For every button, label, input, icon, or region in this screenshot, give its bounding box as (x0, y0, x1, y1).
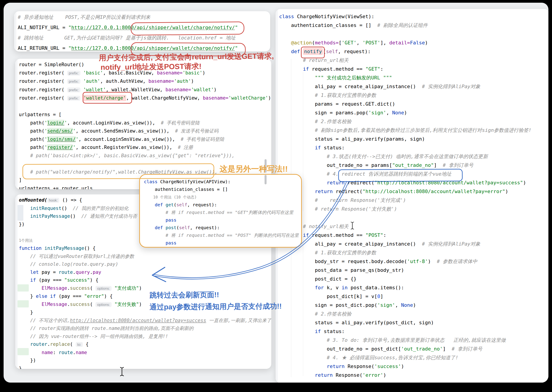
code-line: return Response('success') (279, 362, 548, 371)
code-line: def post(self, request): (144, 224, 300, 231)
blue-note-line2: 通过pay参数进行通知用户是否支付成功!! (150, 301, 282, 312)
code-line: # 4. ★ 必须得返回success,告诉支付宝,你已经知道了! (279, 353, 548, 362)
code-line: out_trade_no = post_dict['out_trade_no']… (279, 344, 548, 353)
code-line: // 可以通过vueRouter获取到url上传递的参数 (19, 252, 270, 261)
code-line: ALI_NOTIFY_URL = "http://127.0.0.1:8000/… (18, 22, 269, 33)
code-line: }) (19, 357, 270, 365)
code-line: ALI_RETURN_URL = "http://127.0.0.1:8000/… (18, 43, 269, 52)
code-line: if request.method == "GET": (279, 65, 548, 73)
gutter-change-marker (17, 348, 29, 355)
code-line: # 3.状态(待支付-->已支付) 临时的,通常不会在这里做订单的状态更新 (279, 152, 548, 161)
code-line: path('send/sms/', account.SendSmsView.as… (19, 127, 270, 135)
code-line: body_str = request.body.decode('utf-8') … (279, 257, 548, 266)
orange-note: 这是另外一种写法!! (220, 164, 288, 174)
code-line: path('register/', account.RegisterView.a… (19, 143, 270, 152)
code-line (279, 30, 548, 38)
code-line: # return_url相关 (279, 56, 548, 65)
code-line: return redirect("http://localhost:8080/a… (279, 187, 548, 196)
code-line (279, 213, 548, 222)
code-line: post_dict[k] = v[0] (279, 292, 548, 301)
alipay-config-card[interactable]: # 异步通知地址 POST,不是公网IP所以没看到请求到来ALI_NOTIFY_… (14, 11, 270, 52)
code-line: # 2.作签名校验 (279, 117, 548, 126)
code-line: name: route.name (19, 349, 270, 357)
code-line: post_dict = {} (279, 274, 548, 283)
code-line: authentication_classes = [] # 剔除全局的认证组件 (279, 21, 548, 30)
code-line: # 3. To do: 拿到订单号,去数据库里更新订单状态 正经的,就应该在这里… (279, 336, 548, 344)
code-line: ali_pay = create_alipay_instance() # 实例化… (279, 239, 548, 248)
alipay-config-code[interactable]: # 异步通知地址 POST,不是公网IP所以没看到请求到来ALI_NOTIFY_… (14, 11, 270, 52)
code-line: pass (144, 239, 300, 247)
code-line: params = request.GET.dict() (279, 100, 548, 108)
code-line (19, 103, 270, 111)
code-line: # path('basic/<int:pk>/', basic.BasicVie… (19, 152, 270, 160)
code-line: def notify(self, request): (279, 47, 548, 56)
text-cursor-icon (350, 222, 354, 231)
red-note-line2: notify_url地址发送POST请求! (101, 62, 202, 73)
gutter-change-marker (17, 300, 29, 308)
code-line: authentication_classes = [] (144, 185, 300, 193)
code-line: # 4. redirect 告诉浏览器跳转到前端的某个vue地址 (279, 169, 548, 178)
code-line: router.register( prefix: 'wallet', walle… (19, 86, 270, 94)
apiview-popup-card[interactable]: class ChargeNotifyView(APIView): authent… (139, 174, 302, 248)
code-line: return redirect("http://localhost:8080/a… (279, 178, 548, 187)
code-line: router.replace( to: { (19, 340, 270, 349)
code-line: if status: (279, 143, 548, 152)
code-line: status = ali_pay.verify(params, sign) (279, 134, 548, 143)
code-line: sign = params.pop('sign', None) (279, 108, 548, 117)
code-line: # 剔除sign参数后,拿着其他的参数经过三步加签后,利用支付宝公钥进行对sig… (279, 126, 548, 134)
code-line: @action(methods=['GET', 'POST'], detail=… (279, 38, 548, 47)
code-line: urlpatterns = [ (19, 111, 270, 119)
code-line: } (19, 365, 270, 369)
code-line: status = ali_pay.verify(post_dict, sign) (279, 318, 548, 327)
code-line: pass (144, 216, 300, 224)
code-line: # return Response('支付失败') (279, 204, 548, 213)
code-line: path('login/sms/', account.LoginSmsView.… (19, 135, 270, 144)
code-line: # return Response('支付完成') (279, 196, 548, 204)
red-note-line1: 用户支付完成后, 支付宝会向return_url发送GET请求, (99, 51, 274, 63)
code-line: // router实现路由的跳转 route.name跳转到当前的路由,页面不会… (19, 324, 270, 333)
code-line: 10 个用法 (10 个动态) (144, 193, 300, 201)
code-line: for k, v in post_data.items(): (279, 283, 548, 292)
code-line: def get(self, request): (144, 201, 300, 209)
code-line: path('login/', account.LoginView.as_view… (19, 119, 270, 127)
code-line: return Response('error') (279, 371, 548, 379)
viewset-editor-code[interactable]: class ChargeNotifyView(ViewSet): authent… (276, 9, 548, 379)
code-line: # 跳转地址 GET,为什么GET能访问呀? 是基于js做的跳转. locati… (18, 33, 269, 43)
gutter-change-marker (17, 205, 23, 221)
code-line: let pay = route.query.pay (19, 268, 270, 277)
code-line: """ 支付成功之后触发的URL """ (279, 73, 548, 82)
code-line: post_data = parse_qs(body_str) (279, 266, 548, 274)
code-line: # 1.获取支付宝携带的参数 (279, 248, 548, 257)
code-line: if (pay === "success") { (19, 276, 270, 284)
code-line: sign = post_dict.pop('sign', None) (279, 301, 548, 309)
code-line: ali_pay = create_alipay_instance() # 实例化… (279, 82, 548, 91)
code-line: # 将 if request.method == "GET"判断体的代码写在这里 (144, 209, 300, 216)
code-line: // 不写这个的话,http://localhost:8080/account/… (19, 317, 270, 325)
blue-note-line1: 跳转过去会刷新页面!! (150, 290, 219, 300)
code-line: # notify_url相关 (279, 222, 548, 231)
text-cursor-icon (120, 367, 124, 377)
code-line: # 1.获取支付宝携带的参数 (279, 91, 548, 100)
viewset-editor-card[interactable]: class ChargeNotifyView(ViewSet): authent… (276, 9, 548, 383)
code-line: class ChargeNotifyView(ViewSet): (279, 12, 548, 21)
code-line: router.register( prefix: 'auth', auth.Au… (19, 77, 270, 86)
scrollbar-thumb[interactable] (265, 175, 267, 184)
code-line: if request.method == "POST": (279, 231, 548, 239)
apiview-popup-code[interactable]: class ChargeNotifyView(APIView): authent… (140, 175, 301, 247)
code-line: out_trade_no = params["out_trade_no"] # … (279, 161, 548, 169)
code-line: class ChargeNotifyView(APIView): (144, 178, 300, 185)
code-line: router.register( prefix: 'wallet/charge'… (19, 94, 270, 103)
code-line: if status: (279, 327, 548, 336)
code-line: # 将 if request.method == "POST" 判断体的代码写在… (144, 231, 300, 239)
code-line: } else if (pay === "error") { (19, 292, 270, 301)
code-line: // console.log(route.query.pay) (19, 260, 270, 268)
code-line: // 因为 vue-router组件--> 同一组件间路由切换, 是复用!! (19, 333, 270, 341)
app-window: # 异步通知地址 POST,不是公网IP所以没看到请求到来ALI_NOTIFY_… (4, 3, 548, 383)
code-line: ElMessage.success( options: "支付成功") (19, 284, 270, 293)
gutter-change-marker (17, 284, 29, 292)
code-line: # 2.作签名校验 (279, 309, 548, 318)
code-line: # 异步通知地址 POST,不是公网IP所以没看到请求到来 (18, 12, 269, 22)
